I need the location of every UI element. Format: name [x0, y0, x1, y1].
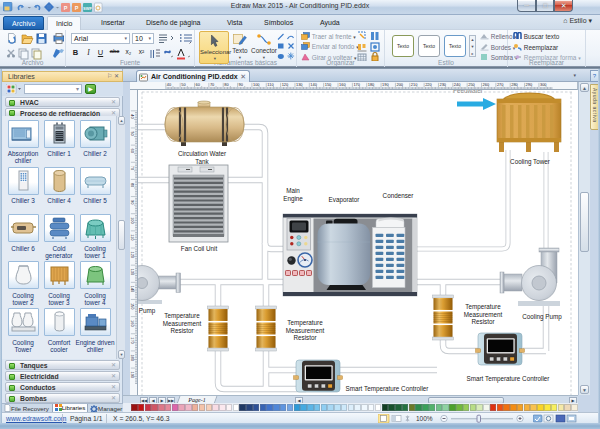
svg-text:180: 180	[130, 354, 134, 360]
svg-text:Condenser: Condenser	[383, 192, 414, 199]
svg-text:Main: Main	[286, 187, 300, 194]
svg-text:40: 40	[130, 114, 134, 118]
svg-text:Resistor: Resistor	[471, 318, 494, 325]
svg-text:Measurement: Measurement	[163, 320, 202, 327]
svg-text:60: 60	[196, 82, 201, 87]
svg-text:Feedwater: Feedwater	[453, 90, 483, 94]
svg-text:80: 80	[224, 82, 229, 87]
svg-text:P: P	[75, 5, 79, 11]
svg-text:Engine: Engine	[283, 195, 303, 203]
svg-text:SWF: SWF	[83, 6, 92, 11]
svg-text:120: 120	[130, 252, 134, 258]
svg-text:Measurement: Measurement	[464, 311, 503, 318]
svg-text:Smart Temperature Controller: Smart Temperature Controller	[346, 385, 429, 393]
svg-text:Pump: Pump	[139, 307, 156, 315]
svg-text:70: 70	[130, 166, 134, 170]
svg-text:150: 150	[130, 303, 134, 309]
svg-text:110: 110	[130, 234, 134, 240]
svg-text:Smart Temperature Controller: Smart Temperature Controller	[467, 375, 550, 383]
svg-text:Evaporator: Evaporator	[329, 196, 360, 204]
svg-text:80: 80	[130, 183, 134, 187]
svg-text:Resistor: Resistor	[170, 327, 193, 334]
svg-text:170: 170	[130, 337, 134, 343]
svg-text:70: 70	[210, 82, 215, 87]
svg-text:90: 90	[239, 82, 244, 87]
svg-text:50: 50	[181, 82, 186, 87]
svg-text:100: 100	[130, 217, 134, 223]
svg-text:Fan Coil Unit: Fan Coil Unit	[181, 245, 218, 252]
svg-text:40: 40	[167, 82, 172, 87]
svg-text:Circulation Water: Circulation Water	[178, 150, 226, 157]
svg-text:60: 60	[130, 149, 134, 153]
svg-text:P: P	[64, 5, 68, 11]
svg-text:Resistor: Resistor	[293, 334, 316, 341]
svg-text:190: 190	[130, 372, 134, 378]
svg-text:Tank: Tank	[195, 158, 209, 165]
svg-text:90: 90	[130, 200, 134, 204]
svg-text:50: 50	[130, 131, 134, 135]
svg-text:160: 160	[130, 320, 134, 326]
svg-text:130: 130	[130, 269, 134, 275]
svg-text:140: 140	[130, 286, 134, 292]
svg-text:Measurement: Measurement	[286, 327, 325, 334]
svg-text:100%: 100%	[416, 415, 433, 422]
svg-text:Cooling Tower: Cooling Tower	[510, 158, 550, 166]
svg-text:Cooling Pump: Cooling Pump	[522, 313, 562, 321]
